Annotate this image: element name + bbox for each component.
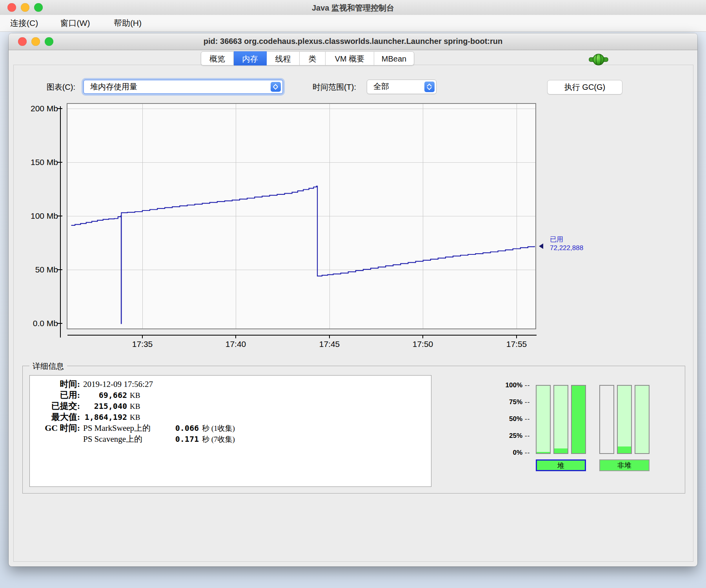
gc-time-value: 0.171 <box>156 434 199 445</box>
connection-plug-icon <box>588 53 609 66</box>
y-axis <box>60 106 61 338</box>
detail-row: 已提交:215,040KB <box>30 401 431 412</box>
y-axis-label: 100 Mb <box>12 211 58 221</box>
range-select[interactable]: 全部 <box>367 80 437 94</box>
pool-bar-used <box>537 452 550 453</box>
menu-item-window[interactable]: 窗口(W) <box>57 18 93 29</box>
pool-tick-label: 75% <box>491 398 522 406</box>
gc-collector-name: PS MarkSweep上的 <box>83 423 156 434</box>
details-legend: 详细信息 <box>29 362 67 370</box>
pool-scale-tick: 50%-- <box>491 415 535 423</box>
detail-value: 1,864,192 <box>83 412 127 423</box>
x-axis-label: 17:35 <box>125 339 160 349</box>
y-axis-label: 50 Mb <box>12 265 58 275</box>
pool-scale-tick: 0%-- <box>491 449 535 457</box>
pool-bar <box>635 385 650 454</box>
tab-threads[interactable]: 线程 <box>267 51 300 65</box>
detail-value: 2019-12-09 17:56:27 <box>83 379 153 389</box>
pool-bar <box>536 385 551 454</box>
chart-select-stepper[interactable] <box>271 82 281 92</box>
menubar: 连接(C) 窗口(W) 帮助(H) <box>0 15 706 32</box>
detail-unit: KB <box>130 402 140 410</box>
pool-tick-dash: -- <box>525 432 530 440</box>
y-axis-label: 0.0 Mb <box>12 318 58 328</box>
pool-bar <box>617 385 632 454</box>
tab-memory[interactable]: 内存 <box>234 51 267 65</box>
gc-time-label: GC 时间: <box>30 423 80 434</box>
gc-collector-name: PS Scavenge上的 <box>83 434 156 445</box>
pool-scale-tick: 25%-- <box>491 432 535 440</box>
console-window-title: pid: 36663 org.codehaus.plexus.classworl… <box>9 37 697 46</box>
console-titlebar: pid: 36663 org.codehaus.plexus.classworl… <box>9 33 697 50</box>
gc-button[interactable]: 执行 GC(G) <box>547 80 622 94</box>
x-axis-tick <box>142 335 143 338</box>
y-axis-tick <box>57 108 62 109</box>
tab-vm-summary[interactable]: VM 概要 <box>326 51 374 65</box>
detail-row: 时间:2019-12-09 17:56:27 <box>30 379 431 390</box>
x-axis-tick <box>329 335 330 338</box>
x-axis-label: 17:55 <box>499 339 534 349</box>
pool-tick-label: 0% <box>491 449 522 457</box>
memory-series-line <box>71 186 535 324</box>
pool-bar <box>599 385 614 454</box>
x-axis-label: 17:45 <box>312 339 347 349</box>
tab-overview[interactable]: 概览 <box>201 51 234 65</box>
range-select-stepper[interactable] <box>424 82 435 92</box>
menu-item-help[interactable]: 帮助(H) <box>111 18 145 29</box>
menu-item-connection[interactable]: 连接(C) <box>7 18 41 29</box>
x-axis-tick <box>422 335 423 338</box>
detail-label: 时间: <box>30 379 80 390</box>
tab-mbean[interactable]: MBean <box>374 51 414 65</box>
y-axis-tick <box>57 269 62 270</box>
gc-time-unit: 秒 (1收集) <box>202 424 235 432</box>
detail-row: 已用:69,662KB <box>30 390 431 401</box>
detail-label: 最大值: <box>30 412 80 423</box>
detail-label: 已提交: <box>30 401 80 412</box>
detail-unit: KB <box>130 391 140 399</box>
console-window: pid: 36663 org.codehaus.plexus.classworl… <box>9 33 697 566</box>
series-layer <box>67 104 535 328</box>
pool-bar-used <box>572 386 585 453</box>
detail-value: 69,662 <box>83 390 127 401</box>
pool-bar-used <box>554 448 568 453</box>
chart-select-value: 堆内存使用量 <box>90 80 137 93</box>
y-axis-tick <box>57 323 62 324</box>
outer-titlebar: Java 监视和管理控制台 <box>0 0 706 15</box>
tab-classes[interactable]: 类 <box>300 51 326 65</box>
nonheap-button[interactable]: 非堆 <box>599 459 650 471</box>
detail-unit: KB <box>130 413 140 421</box>
gc-row: PS Scavenge上的0.171秒 (7收集) <box>30 434 431 445</box>
pool-bar <box>571 385 586 454</box>
pool-tick-dash: -- <box>525 415 530 423</box>
gc-time-unit: 秒 (7收集) <box>202 435 235 443</box>
jconsole-app: Java 监视和管理控制台 连接(C) 窗口(W) 帮助(H) pid: 366… <box>0 0 706 588</box>
heap-button[interactable]: 堆 <box>536 459 586 471</box>
outer-window-title: Java 监视和管理控制台 <box>0 3 706 13</box>
pool-tick-dash: -- <box>525 449 530 457</box>
plot-area <box>67 103 536 329</box>
detail-value: 215,040 <box>83 401 127 412</box>
y-axis-label: 150 Mb <box>12 157 58 167</box>
x-axis-label: 17:50 <box>405 339 440 349</box>
pool-scale-tick: 100%-- <box>491 381 535 389</box>
series-end-name: 已用 <box>550 235 583 244</box>
detail-row: 最大值:1,864,192KB <box>30 412 431 423</box>
chart-select[interactable]: 堆内存使用量 <box>83 80 283 94</box>
x-axis <box>67 335 537 336</box>
x-axis-tick <box>235 335 236 338</box>
tab-strip: 概览 内存 线程 类 VM 概要 MBean <box>201 51 414 65</box>
pool-tick-label: 100% <box>491 381 522 389</box>
range-select-label: 时间范围(T): <box>301 82 356 92</box>
range-select-value: 全部 <box>373 80 389 93</box>
gc-time-value: 0.066 <box>156 423 199 434</box>
left-triangle-icon <box>539 243 543 249</box>
pool-tick-dash: -- <box>525 398 530 406</box>
pool-scale-tick: 75%-- <box>491 398 535 406</box>
pool-bar <box>553 385 568 454</box>
series-end-value: 72,222,888 <box>550 244 583 252</box>
pool-tick-label: 25% <box>491 432 522 440</box>
series-end-label: 已用 72,222,888 <box>550 235 583 252</box>
y-axis-tick <box>57 162 62 163</box>
pool-tick-dash: -- <box>525 381 530 389</box>
x-axis-label: 17:40 <box>218 339 253 349</box>
